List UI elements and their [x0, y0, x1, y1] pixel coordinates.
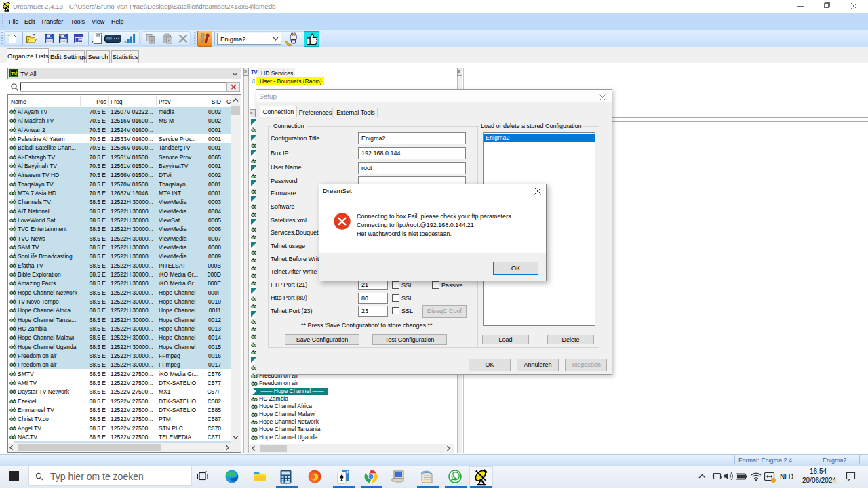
svg-text:P: P — [151, 38, 154, 43]
svg-text:TV: TV — [11, 71, 17, 76]
svg-text:P: P — [168, 38, 171, 43]
